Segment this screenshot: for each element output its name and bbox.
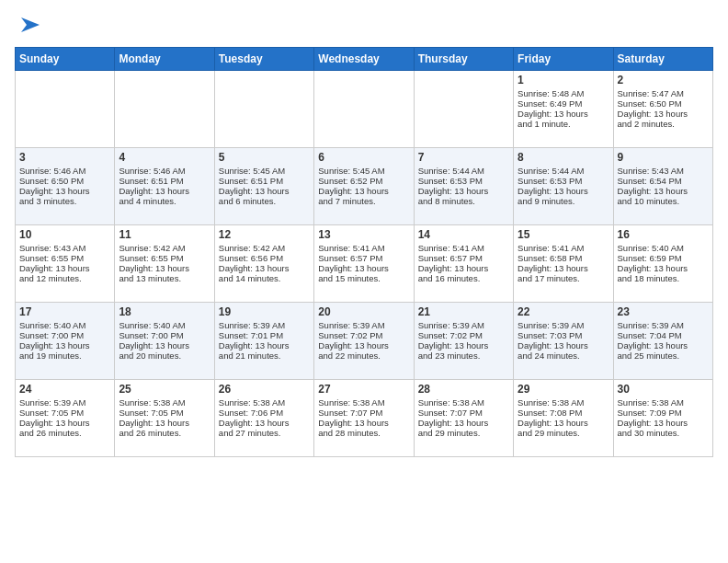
calendar-week-3: 17Sunrise: 5:40 AMSunset: 7:00 PMDayligh… [16, 302, 713, 379]
day-info: Daylight: 13 hours [19, 340, 110, 350]
day-info: Sunset: 7:05 PM [19, 408, 110, 418]
day-number: 10 [19, 228, 110, 241]
day-info: Daylight: 13 hours [19, 186, 110, 196]
day-number: 13 [318, 228, 409, 241]
day-info: Daylight: 13 hours [418, 340, 509, 350]
day-number: 11 [119, 228, 210, 241]
day-number: 21 [418, 305, 509, 318]
calendar-cell [414, 70, 513, 147]
day-info: Sunrise: 5:39 AM [19, 397, 110, 408]
day-info: Daylight: 13 hours [318, 340, 409, 350]
day-info: Sunset: 7:06 PM [219, 408, 310, 418]
day-info: Sunrise: 5:39 AM [518, 320, 609, 330]
day-info: and 14 minutes. [219, 273, 310, 283]
day-info: Daylight: 13 hours [318, 263, 409, 273]
day-number: 30 [618, 383, 709, 396]
day-number: 14 [418, 228, 509, 241]
day-info: and 27 minutes. [219, 428, 310, 438]
calendar-cell: 17Sunrise: 5:40 AMSunset: 7:00 PMDayligh… [16, 302, 115, 379]
day-info: Sunset: 6:55 PM [119, 253, 210, 263]
day-info: Daylight: 13 hours [518, 340, 609, 350]
day-info: Daylight: 13 hours [618, 263, 709, 273]
day-info: Sunset: 6:54 PM [618, 176, 709, 186]
day-number: 25 [119, 383, 210, 396]
day-info: Sunset: 6:52 PM [318, 176, 409, 186]
day-info: Sunrise: 5:41 AM [518, 243, 609, 253]
day-number: 24 [19, 383, 110, 396]
calendar-week-2: 10Sunrise: 5:43 AMSunset: 6:55 PMDayligh… [16, 224, 713, 302]
calendar-cell: 29Sunrise: 5:38 AMSunset: 7:08 PMDayligh… [514, 379, 613, 456]
calendar-cell: 13Sunrise: 5:41 AMSunset: 6:57 PMDayligh… [314, 224, 414, 302]
day-info: Daylight: 13 hours [618, 109, 709, 119]
calendar-cell: 23Sunrise: 5:39 AMSunset: 7:04 PMDayligh… [613, 302, 712, 379]
day-info: Sunset: 6:49 PM [518, 98, 609, 109]
day-info: Sunset: 7:01 PM [219, 330, 310, 340]
page: Sunday Monday Tuesday Wednesday Thursday… [0, 0, 728, 466]
day-info: and 23 minutes. [418, 350, 509, 361]
calendar-cell: 24Sunrise: 5:39 AMSunset: 7:05 PMDayligh… [16, 379, 115, 456]
calendar-table: Sunday Monday Tuesday Wednesday Thursday… [15, 47, 713, 457]
svg-marker-0 [21, 17, 40, 32]
calendar-cell: 28Sunrise: 5:38 AMSunset: 7:07 PMDayligh… [414, 379, 513, 456]
day-info: and 21 minutes. [219, 350, 310, 361]
day-info: Sunset: 7:00 PM [119, 330, 210, 340]
calendar-cell: 19Sunrise: 5:39 AMSunset: 7:01 PMDayligh… [214, 302, 313, 379]
day-info: Daylight: 13 hours [119, 263, 210, 273]
day-info: Sunrise: 5:47 AM [618, 88, 709, 98]
day-info: and 26 minutes. [119, 428, 210, 438]
day-info: Sunrise: 5:40 AM [618, 243, 709, 253]
day-info: Sunrise: 5:45 AM [318, 166, 409, 176]
calendar-cell: 1Sunrise: 5:48 AMSunset: 6:49 PMDaylight… [514, 70, 613, 147]
day-info: and 1 minute. [518, 119, 609, 129]
day-info: Sunrise: 5:38 AM [518, 397, 609, 408]
day-info: Sunset: 6:50 PM [19, 176, 110, 186]
day-info: Sunset: 6:51 PM [119, 176, 210, 186]
day-info: Daylight: 13 hours [518, 186, 609, 196]
day-info: Sunset: 7:02 PM [418, 330, 509, 340]
day-info: and 8 minutes. [418, 196, 509, 206]
calendar-cell: 11Sunrise: 5:42 AMSunset: 6:55 PMDayligh… [115, 224, 214, 302]
calendar-cell: 30Sunrise: 5:38 AMSunset: 7:09 PMDayligh… [613, 379, 712, 456]
day-info: Sunset: 6:56 PM [219, 253, 310, 263]
day-number: 28 [418, 383, 509, 396]
day-info: Daylight: 13 hours [518, 418, 609, 428]
day-number: 23 [618, 305, 709, 318]
day-info: Sunset: 6:51 PM [219, 176, 310, 186]
day-number: 4 [119, 151, 210, 164]
day-info: and 29 minutes. [518, 428, 609, 438]
calendar-cell: 26Sunrise: 5:38 AMSunset: 7:06 PMDayligh… [214, 379, 313, 456]
day-info: Sunrise: 5:42 AM [219, 243, 310, 253]
day-info: Sunrise: 5:38 AM [219, 397, 310, 408]
day-info: Sunset: 6:50 PM [618, 98, 709, 109]
day-info: Sunrise: 5:38 AM [119, 397, 210, 408]
day-number: 16 [618, 228, 709, 241]
day-info: Sunset: 6:59 PM [618, 253, 709, 263]
col-tuesday: Tuesday [214, 47, 313, 70]
calendar-cell: 8Sunrise: 5:44 AMSunset: 6:53 PMDaylight… [514, 147, 613, 224]
day-info: and 12 minutes. [19, 273, 110, 283]
day-info: Sunrise: 5:39 AM [219, 320, 310, 330]
day-info: and 18 minutes. [618, 273, 709, 283]
day-info: Daylight: 13 hours [518, 263, 609, 273]
day-info: Daylight: 13 hours [418, 263, 509, 273]
day-info: Sunrise: 5:44 AM [518, 166, 609, 176]
day-info: Sunset: 6:57 PM [318, 253, 409, 263]
col-saturday: Saturday [613, 47, 712, 70]
day-number: 29 [518, 383, 609, 396]
calendar-cell [16, 70, 115, 147]
calendar-cell: 2Sunrise: 5:47 AMSunset: 6:50 PMDaylight… [613, 70, 712, 147]
day-number: 17 [19, 305, 110, 318]
day-info: Sunrise: 5:43 AM [618, 166, 709, 176]
day-info: Sunrise: 5:41 AM [418, 243, 509, 253]
col-wednesday: Wednesday [314, 47, 414, 70]
header [15, 11, 713, 38]
calendar-cell: 5Sunrise: 5:45 AMSunset: 6:51 PMDaylight… [214, 147, 313, 224]
day-info: and 30 minutes. [618, 428, 709, 438]
day-info: Sunset: 7:03 PM [518, 330, 609, 340]
calendar-week-4: 24Sunrise: 5:39 AMSunset: 7:05 PMDayligh… [16, 379, 713, 456]
day-info: and 4 minutes. [119, 196, 210, 206]
day-number: 7 [418, 151, 509, 164]
day-info: and 13 minutes. [119, 273, 210, 283]
col-friday: Friday [514, 47, 613, 70]
calendar-cell: 27Sunrise: 5:38 AMSunset: 7:07 PMDayligh… [314, 379, 414, 456]
